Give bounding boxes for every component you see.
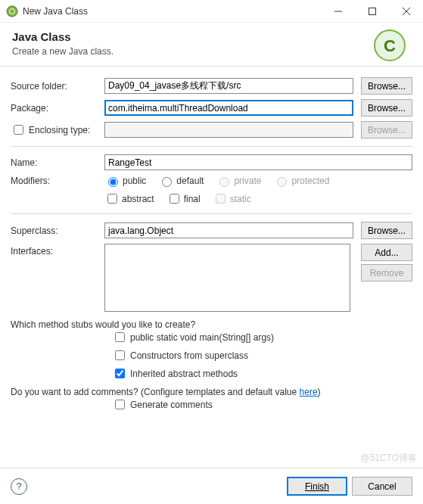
- abstract-checkbox[interactable]: abstract: [104, 191, 154, 206]
- separator: [11, 146, 412, 147]
- footer: ? Finish Cancel: [0, 468, 423, 504]
- svg-rect-3: [369, 8, 375, 14]
- title-bar: New Java Class: [0, 0, 423, 23]
- stubs-question: Which method stubs would you like to cre…: [11, 319, 412, 330]
- constructors-checkbox[interactable]: Constructors from superclass: [112, 348, 412, 362]
- maximize-button[interactable]: [355, 0, 389, 23]
- remove-interface-button: Remove: [361, 264, 412, 282]
- public-radio[interactable]: public: [104, 175, 146, 187]
- other-modifiers-group: abstract final static: [104, 191, 251, 206]
- form-content: Source folder: Browse... Package: Browse…: [0, 67, 423, 422]
- private-radio: private: [216, 175, 261, 187]
- window-title: New Java Class: [23, 6, 321, 17]
- superclass-label: Superclass:: [11, 226, 100, 236]
- close-button[interactable]: [389, 0, 423, 23]
- banner-sub: Create a new Java class.: [12, 46, 411, 57]
- source-folder-label: Source folder:: [11, 81, 100, 92]
- minimize-button[interactable]: [321, 0, 355, 23]
- interfaces-list[interactable]: [104, 244, 350, 312]
- main-method-checkbox[interactable]: public static void main(String[] args): [112, 330, 412, 344]
- interfaces-label: Interfaces:: [11, 244, 100, 257]
- superclass-browse-button[interactable]: Browse...: [361, 222, 412, 239]
- inherited-checkbox[interactable]: Inherited abstract methods: [112, 366, 412, 381]
- enclosing-browse-button: Browse...: [361, 121, 412, 138]
- class-icon: C: [373, 29, 406, 65]
- banner-heading: Java Class: [12, 30, 411, 43]
- name-label: Name:: [11, 157, 100, 168]
- access-modifier-group: public default private protected: [104, 175, 329, 187]
- package-input[interactable]: [104, 100, 353, 116]
- package-label: Package:: [11, 103, 100, 114]
- finish-button[interactable]: Finish: [287, 477, 347, 496]
- source-folder-browse-button[interactable]: Browse...: [361, 77, 412, 95]
- svg-text:C: C: [384, 36, 396, 55]
- source-folder-input[interactable]: [104, 78, 353, 94]
- superclass-input[interactable]: [104, 222, 353, 238]
- enclosing-type-checkbox[interactable]: Enclosing type:: [11, 123, 100, 137]
- modifiers-label: Modifiers:: [11, 176, 100, 186]
- app-icon: [6, 5, 18, 17]
- protected-radio: protected: [273, 175, 329, 187]
- generate-comments-checkbox[interactable]: Generate comments: [112, 397, 412, 412]
- final-checkbox[interactable]: final: [166, 191, 201, 206]
- cancel-button[interactable]: Cancel: [352, 477, 412, 496]
- name-input[interactable]: [104, 154, 412, 170]
- add-interface-button[interactable]: Add...: [361, 244, 412, 261]
- enclosing-type-input: [104, 122, 353, 138]
- default-radio[interactable]: default: [158, 175, 204, 187]
- static-checkbox: static: [213, 191, 251, 206]
- here-link[interactable]: here: [300, 387, 318, 397]
- svg-point-0: [7, 6, 17, 17]
- watermark: @51CTO博客: [360, 452, 417, 465]
- package-browse-button[interactable]: Browse...: [361, 99, 412, 117]
- separator: [11, 213, 412, 214]
- help-icon[interactable]: ?: [11, 478, 27, 495]
- banner: Java Class Create a new Java class. C: [0, 23, 423, 67]
- comments-question: Do you want to add comments? (Configure …: [11, 387, 412, 397]
